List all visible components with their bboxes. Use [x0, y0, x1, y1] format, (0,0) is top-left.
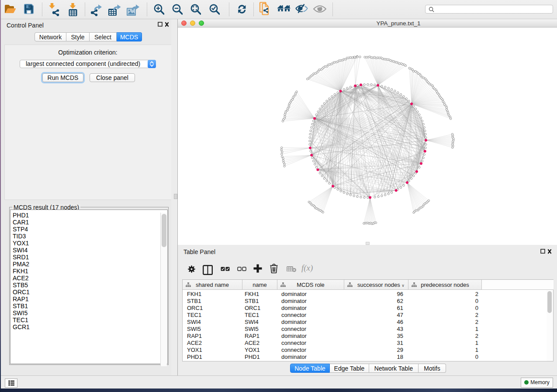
- svg-text:f(x): f(x): [301, 263, 313, 273]
